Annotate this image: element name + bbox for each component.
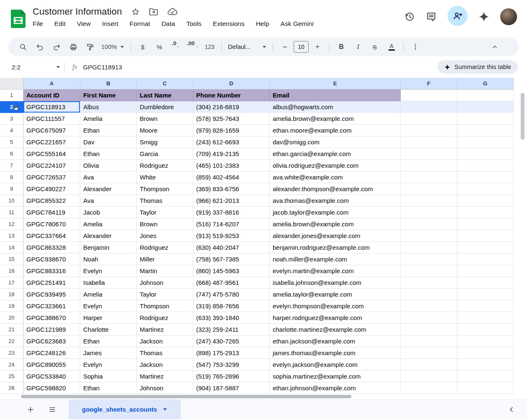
cell[interactable] <box>401 136 457 148</box>
cell[interactable] <box>457 101 514 113</box>
cell[interactable] <box>401 101 457 113</box>
font-size-input[interactable]: 10 <box>294 41 309 53</box>
cell[interactable]: Amelia <box>80 113 137 125</box>
cell[interactable]: Evelyn <box>80 359 137 371</box>
print-icon[interactable] <box>65 41 81 53</box>
cell[interactable] <box>401 218 457 230</box>
cell[interactable]: amelia.brown@example.com <box>270 113 401 125</box>
cell[interactable]: GPGC388670 <box>23 312 80 324</box>
cell[interactable] <box>457 195 514 207</box>
cell[interactable]: Thompson <box>137 183 193 195</box>
cell[interactable]: GPGC863328 <box>23 242 80 254</box>
cell[interactable]: (758) 567-7385 <box>193 254 270 265</box>
cell[interactable]: (747) 475-5780 <box>193 289 270 300</box>
cell[interactable]: charlotte.martinez@example.com <box>270 324 401 335</box>
all-sheets-menu-icon[interactable] <box>49 406 56 413</box>
cell[interactable]: GPGC248126 <box>23 347 80 359</box>
cell[interactable] <box>457 347 514 359</box>
header-cell-first-name[interactable]: First Name <box>80 90 137 101</box>
cell[interactable] <box>401 172 457 183</box>
column-header-g[interactable]: G <box>457 78 514 90</box>
paint-format-icon[interactable] <box>82 41 98 53</box>
cell[interactable]: (519) 765-2896 <box>193 371 270 382</box>
row-header[interactable]: 16 <box>0 265 23 277</box>
cell[interactable]: Rodriguez <box>137 242 193 254</box>
cell[interactable]: Jackson <box>137 359 193 371</box>
cell[interactable] <box>457 218 514 230</box>
cell[interactable] <box>401 207 457 218</box>
cell[interactable]: benjamin.rodriguez@example.com <box>270 242 401 254</box>
cell[interactable]: Noah <box>80 254 137 265</box>
cell[interactable]: GPGC675097 <box>23 125 80 136</box>
cell[interactable]: (633) 393-1840 <box>193 312 270 324</box>
menu-extensions[interactable]: Extensions <box>213 20 245 28</box>
row-header[interactable]: 5 <box>0 136 23 148</box>
increase-font-size-button[interactable]: + <box>310 41 325 53</box>
cell[interactable]: (913) 519-9253 <box>193 230 270 242</box>
cell[interactable] <box>457 312 514 324</box>
row-header[interactable]: 10 <box>0 195 23 207</box>
cell[interactable]: (919) 337-8816 <box>193 207 270 218</box>
cell[interactable]: Ethan <box>80 125 137 136</box>
cell[interactable]: Thompson <box>137 300 193 312</box>
cell[interactable]: amelia.taylor@example.com <box>270 289 401 300</box>
cell[interactable]: GPGC598820 <box>23 382 80 394</box>
avatar[interactable] <box>500 8 517 25</box>
decrease-decimal-button[interactable]: .0← <box>168 41 184 53</box>
cell[interactable]: Miller <box>137 254 193 265</box>
cell[interactable]: Benjamin <box>80 242 137 254</box>
formula-input[interactable]: GPGC118913 <box>83 64 122 71</box>
row-header[interactable]: 11 <box>0 207 23 218</box>
cell[interactable] <box>457 382 514 394</box>
sheets-logo-icon[interactable] <box>11 10 26 28</box>
header-cell-account-id[interactable]: Account ID <box>23 90 80 101</box>
row-header[interactable]: 1 <box>0 90 23 101</box>
cell[interactable] <box>401 300 457 312</box>
font-family-select[interactable]: Defaul... <box>225 44 269 50</box>
cell[interactable] <box>457 160 514 172</box>
cell[interactable]: Thomas <box>137 347 193 359</box>
cell[interactable] <box>457 289 514 300</box>
cell[interactable]: Martinez <box>137 324 193 335</box>
cell[interactable]: GPGC890055 <box>23 359 80 371</box>
menu-help[interactable]: Help <box>256 20 269 28</box>
column-header-a[interactable]: A <box>23 78 80 90</box>
cell[interactable]: (966) 621-2013 <box>193 195 270 207</box>
row-header[interactable]: 25 <box>0 371 23 382</box>
cell[interactable]: Johnson <box>137 382 193 394</box>
more-options-icon[interactable] <box>407 41 423 53</box>
cell[interactable]: GPGC224107 <box>23 160 80 172</box>
cell[interactable]: ethan.moore@example.com <box>270 125 401 136</box>
row-header[interactable]: 14 <box>0 242 23 254</box>
cell[interactable]: isabella.johnson@example.com <box>270 277 401 289</box>
cell[interactable]: (709) 419-2135 <box>193 148 270 160</box>
cell[interactable]: ethan.garcia@example.com <box>270 148 401 160</box>
cell[interactable] <box>457 207 514 218</box>
cell[interactable] <box>401 230 457 242</box>
zoom-select[interactable]: 100% <box>99 44 127 50</box>
cell[interactable]: Ava <box>80 195 137 207</box>
cell[interactable]: Amelia <box>80 218 137 230</box>
cell[interactable]: Ava <box>80 172 137 183</box>
cell[interactable]: (904) 187-5887 <box>193 382 270 394</box>
cell[interactable]: Smigg <box>137 136 193 148</box>
cell[interactable]: White <box>137 172 193 183</box>
cell[interactable]: GPGC121989 <box>23 324 80 335</box>
strikethrough-button[interactable]: S <box>367 41 383 53</box>
row-header[interactable]: 4 <box>0 125 23 136</box>
share-button[interactable] <box>448 6 468 26</box>
cell[interactable]: olivia.rodriguez@example.com <box>270 160 401 172</box>
row-header[interactable]: 17 <box>0 277 23 289</box>
cell[interactable] <box>401 347 457 359</box>
vertical-scrollbar[interactable] <box>514 78 527 394</box>
cell[interactable]: Alexander <box>80 183 137 195</box>
cell[interactable]: noah.miller@example.com <box>270 254 401 265</box>
cell[interactable]: Olivia <box>80 160 137 172</box>
row-header[interactable]: 26 <box>0 382 23 394</box>
cell[interactable] <box>457 324 514 335</box>
cell[interactable]: Johnson <box>137 277 193 289</box>
header-cell-last-name[interactable]: Last Name <box>137 90 193 101</box>
header-cell-email[interactable]: Email <box>270 90 401 101</box>
format-currency-button[interactable]: $ <box>135 41 151 53</box>
cell[interactable]: Ethan <box>80 335 137 347</box>
